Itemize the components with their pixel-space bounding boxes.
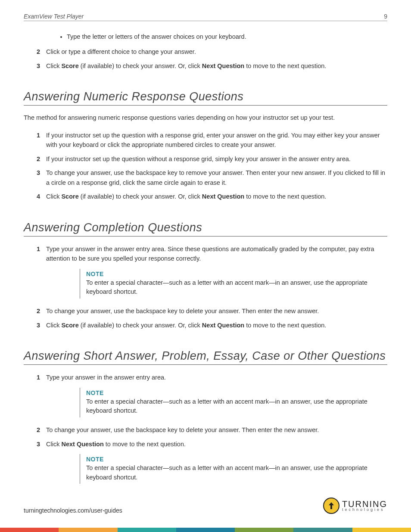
- list-item: 1Type your answer in the answer entry ar…: [37, 373, 387, 382]
- section-heading-numeric: Answering Numeric Response Questions: [24, 90, 387, 106]
- note-text: To enter a special character—such as a l…: [86, 397, 373, 416]
- item-text: Click or type a different choice to chan…: [46, 47, 387, 56]
- logo-sub-text: technologies: [342, 508, 387, 511]
- document-page: ExamView Test Player 9 Type the letter o…: [0, 0, 411, 532]
- list-item: 2To change your answer, use the backspac…: [37, 306, 387, 316]
- turning-logo: TURNING technologies: [323, 498, 387, 514]
- list-item: 3 Click Score (if available) to check yo…: [37, 320, 387, 330]
- note-text: To enter a special character—such as a l…: [86, 464, 373, 482]
- logo-main-text: TURNING: [342, 500, 387, 508]
- note-text: To enter a special character—such as a l…: [86, 278, 373, 297]
- list-item: 3To change your answer, use the backspac…: [37, 168, 387, 187]
- list-item: 3 Click Next Question to move to the nex…: [37, 439, 387, 449]
- note-label: NOTE: [86, 271, 373, 277]
- page-footer: turningtechnologies.com/user-guides TURN…: [24, 498, 387, 514]
- list-item: 2To change your answer, use the backspac…: [37, 425, 387, 435]
- list-item: 4 Click Score (if available) to check yo…: [37, 192, 387, 201]
- page-header: ExamView Test Player 9: [24, 13, 387, 21]
- list-item: 1If your instructor set up the question …: [37, 131, 387, 150]
- list-item: 1Type your answer in the answer entry ar…: [37, 244, 387, 264]
- top-bullet-list: Type the letter or letters of the answer…: [67, 32, 387, 42]
- note-box: NOTE To enter a special character—such a…: [80, 388, 373, 418]
- item-number: 2: [37, 47, 46, 56]
- completion-list: 1Type your answer in the answer entry ar…: [37, 244, 387, 264]
- section-heading-completion: Answering Completion Questions: [24, 221, 387, 236]
- section-heading-short: Answering Short Answer, Problem, Essay, …: [24, 349, 387, 365]
- footer-color-bar: [0, 528, 411, 532]
- note-label: NOTE: [86, 456, 373, 463]
- footer-url: turningtechnologies.com/user-guides: [24, 507, 122, 514]
- item-text: Click Score (if available) to check your…: [46, 61, 387, 71]
- note-box: NOTE To enter a special character—such a…: [80, 269, 373, 299]
- completion-list-cont: 2To change your answer, use the backspac…: [37, 306, 387, 330]
- arrow-up-icon: [323, 498, 339, 514]
- short-list: 1Type your answer in the answer entry ar…: [37, 373, 387, 382]
- short-list-cont: 2To change your answer, use the backspac…: [37, 425, 387, 449]
- item-number: 3: [37, 61, 46, 71]
- list-item: Type the letter or letters of the answer…: [67, 32, 387, 42]
- list-item: 2If your instructor set up the question …: [37, 154, 387, 164]
- list-item: 3 Click Score (if available) to check yo…: [37, 61, 387, 71]
- note-label: NOTE: [86, 389, 373, 396]
- page-number: 9: [384, 13, 387, 20]
- list-item: 2 Click or type a different choice to ch…: [37, 47, 387, 56]
- numeric-list: 1If your instructor set up the question …: [37, 131, 387, 202]
- header-title: ExamView Test Player: [24, 13, 84, 20]
- note-box: NOTE To enter a special character—such a…: [80, 454, 373, 484]
- top-numbered-list: 2 Click or type a different choice to ch…: [37, 47, 387, 71]
- section-intro: The method for answering numeric respons…: [24, 113, 387, 123]
